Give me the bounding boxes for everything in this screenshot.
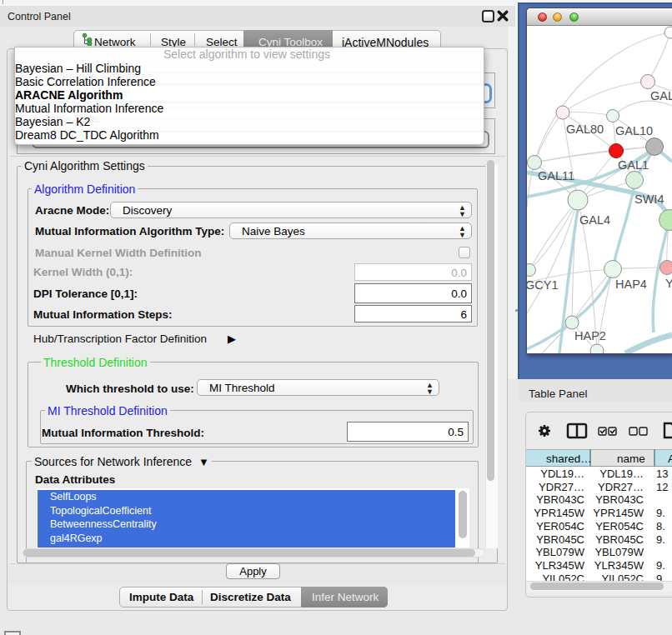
svg-text:GAL1: GAL1 <box>618 158 649 172</box>
svg-text:GAL4: GAL4 <box>579 213 610 227</box>
svg-text:GAL11: GAL11 <box>538 169 574 182</box>
svg-text:Y: Y <box>665 277 672 290</box>
svg-text:GAL7: GAL7 <box>650 89 672 102</box>
svg-text:GCY1: GCY1 <box>527 278 559 292</box>
svg-text:HAP2: HAP2 <box>574 329 606 342</box>
svg-text:HAP4: HAP4 <box>615 278 647 291</box>
svg-text:GAL10: GAL10 <box>615 124 653 138</box>
svg-text:GAL80: GAL80 <box>566 122 604 136</box>
svg-text:SWI4: SWI4 <box>634 192 664 206</box>
